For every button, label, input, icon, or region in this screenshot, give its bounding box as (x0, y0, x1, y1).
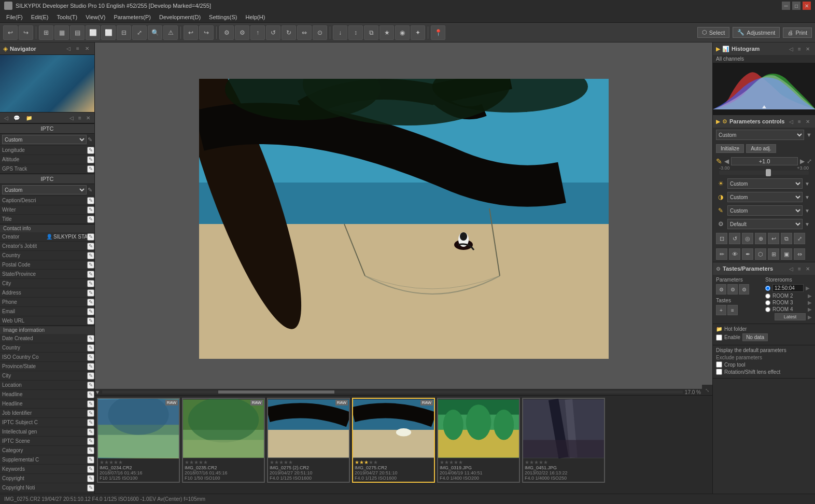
initialize-button[interactable]: Initialize (716, 144, 744, 153)
film-item-3[interactable]: ★★★★★ RAW IMG_0275 (2).CR2 2019/04/27 20… (267, 398, 350, 483)
custom-edit-btn2[interactable]: ✎ (88, 187, 92, 193)
adjustment-button[interactable]: 🔧 Adjustment (733, 27, 780, 38)
tb-grid[interactable]: ⊞ (39, 25, 53, 40)
nav-close-btn[interactable]: ✕ (83, 45, 91, 53)
params-custom-select[interactable]: Custom (716, 130, 804, 140)
custom-expand-2[interactable]: ▼ (805, 194, 812, 200)
film-item-2[interactable]: ★★★★★ RAW IMG_0235.CR2 2018/07/16 01:45:… (182, 398, 265, 483)
param-icon-3[interactable]: ⚙ (739, 284, 749, 295)
tool-eye[interactable]: 👁 (729, 248, 740, 260)
storeroom-time-1[interactable] (772, 284, 804, 292)
crop-tool-checkbox[interactable] (716, 361, 722, 368)
custom-edit-btn[interactable]: ✎ (88, 136, 92, 143)
custom-select-4[interactable]: Default (727, 219, 803, 229)
storeroom-arrow-1[interactable]: ▶ (806, 285, 810, 291)
tb-zoom-fit[interactable]: ⤢ (132, 25, 147, 40)
tool-pen[interactable]: ✒ (742, 248, 753, 260)
auto-adj-button[interactable]: Auto adj. (746, 144, 776, 153)
film-item-6[interactable]: ★★★★★ IMG_0451.JPG 2013/02/22 16:13:22 F… (522, 398, 605, 483)
param-icon-1[interactable]: ⚙ (716, 284, 726, 295)
tb-move[interactable]: ✦ (411, 25, 425, 40)
tool-crop[interactable]: ⊡ (716, 233, 727, 244)
tastes-pin-btn[interactable]: ◁ (787, 264, 795, 273)
tb-develop[interactable]: ⚙ (219, 25, 234, 40)
params-menu-btn[interactable]: ≡ (795, 117, 804, 125)
custom-dropdown-select2[interactable]: Custom (2, 185, 87, 194)
tb-batch[interactable]: ⚙ (235, 25, 249, 40)
tool-expand[interactable]: ⤢ (794, 233, 805, 244)
tool-pencil[interactable]: ✏ (716, 248, 727, 260)
taste-icon-2[interactable]: ≡ (727, 305, 738, 315)
menu-settings[interactable]: Settings(S) (205, 13, 241, 21)
hist-pin-btn[interactable]: ◁ (787, 45, 795, 53)
film-item-5[interactable]: ★★★★★ IMG_0319.JPG 2014/06/19 11:40:51 F… (437, 398, 520, 483)
print-button[interactable]: 🖨 Print (783, 27, 812, 38)
tb-search[interactable]: 🔍 (148, 25, 162, 40)
nav-pin-btn[interactable]: ◁ (64, 45, 73, 53)
minimize-button[interactable]: ─ (782, 2, 790, 10)
custom-select-3[interactable]: Custom (727, 205, 803, 216)
tool-select[interactable]: ⊞ (768, 248, 779, 260)
gpstrack-edit[interactable]: ✎ (87, 165, 94, 173)
custom-select-2[interactable]: Custom (727, 192, 803, 202)
tool-lens[interactable]: ◎ (742, 233, 753, 244)
tb-import[interactable]: ↓ (333, 25, 347, 40)
tastes-close-btn[interactable]: ✕ (804, 264, 812, 273)
tb-copy[interactable]: ⧉ (364, 25, 378, 40)
tb-rotate-l[interactable]: ↺ (266, 25, 280, 40)
storeroom-arrow-4[interactable]: ▶ (808, 306, 812, 312)
custom-expand-1[interactable]: ▼ (805, 181, 812, 187)
tool-undo[interactable]: ↩ (768, 233, 779, 244)
menu-help[interactable]: Help(H) (242, 13, 270, 21)
tb-grid2[interactable]: ▦ (54, 25, 69, 40)
menu-tools[interactable]: Tools(T) (52, 13, 81, 21)
custom-expand-4[interactable]: ▼ (805, 221, 812, 227)
film-item-4[interactable]: ★★★★★ RAW IMG_0275.CR2 2019/04/27 20:51:… (352, 398, 435, 483)
tb-color[interactable]: ◉ (395, 25, 410, 40)
tb-dual[interactable]: ⬜ (101, 25, 116, 40)
menu-view[interactable]: View(V) (81, 13, 109, 21)
ev-expand[interactable]: ⤢ (807, 158, 812, 165)
custom-dropdown-select[interactable]: Custom (2, 135, 87, 144)
tool-flip[interactable]: ⇔ (794, 248, 805, 260)
hist-menu-btn[interactable]: ≡ (795, 45, 804, 53)
tb-compare[interactable]: ⊟ (117, 25, 131, 40)
param-icon-2[interactable]: ⚙ (727, 284, 738, 295)
custom-expand-3[interactable]: ▼ (805, 208, 812, 214)
storeroom-radio-3[interactable] (765, 300, 770, 305)
tb-redo[interactable]: ↪ (199, 25, 214, 40)
sub-panel-pin[interactable]: ◁ (67, 114, 76, 122)
tb-flip[interactable]: ⇔ (297, 25, 312, 40)
tb-rate[interactable]: ★ (380, 25, 394, 40)
menu-development[interactable]: Development(D) (155, 13, 205, 21)
no-data-button[interactable]: No data (742, 333, 768, 341)
menu-edit[interactable]: Edit(E) (27, 13, 53, 21)
enable-checkbox[interactable] (716, 334, 722, 341)
tool-copy[interactable]: ⧉ (781, 233, 792, 244)
latest-button[interactable]: Latest (775, 313, 806, 320)
tb-warn[interactable]: ⚠ (163, 25, 178, 40)
tb-open[interactable]: ↪ (19, 25, 33, 40)
tb-sync[interactable]: ↕ (348, 25, 363, 40)
storeroom-radio-1[interactable] (765, 286, 770, 291)
sub-tab-left[interactable]: ◁ (2, 114, 10, 122)
tb-lens[interactable]: ⊙ (313, 25, 327, 40)
film-item-1[interactable]: ★★★★★ RAW IMG_0234.CR2 2018/07/16 01:45:… (97, 398, 180, 483)
hist-close-btn[interactable]: ✕ (804, 45, 812, 53)
tool-mask[interactable]: ⬡ (755, 248, 766, 260)
tb-list[interactable]: ▤ (70, 25, 85, 40)
sub-tab-folder[interactable]: 📁 (23, 114, 35, 122)
storeroom-arrow-2[interactable]: ▶ (808, 293, 812, 299)
params-expand-btn[interactable]: ▼ (806, 132, 812, 138)
maximize-button[interactable]: □ (792, 2, 800, 10)
ev-track[interactable] (719, 171, 809, 175)
tb-export[interactable]: ↑ (250, 25, 265, 40)
tool-spot[interactable]: ⊕ (755, 233, 766, 244)
scroll-track[interactable] (102, 390, 683, 394)
storeroom-radio-4[interactable] (765, 307, 770, 312)
tb-new[interactable]: ↩ (3, 25, 18, 40)
taste-icon-1[interactable]: + (716, 305, 726, 315)
tb-single[interactable]: ⬜ (86, 25, 100, 40)
image-viewer[interactable]: ▼ 17.0 % ⤡ (95, 43, 712, 395)
sub-panel-menu[interactable]: ≡ (76, 114, 84, 122)
